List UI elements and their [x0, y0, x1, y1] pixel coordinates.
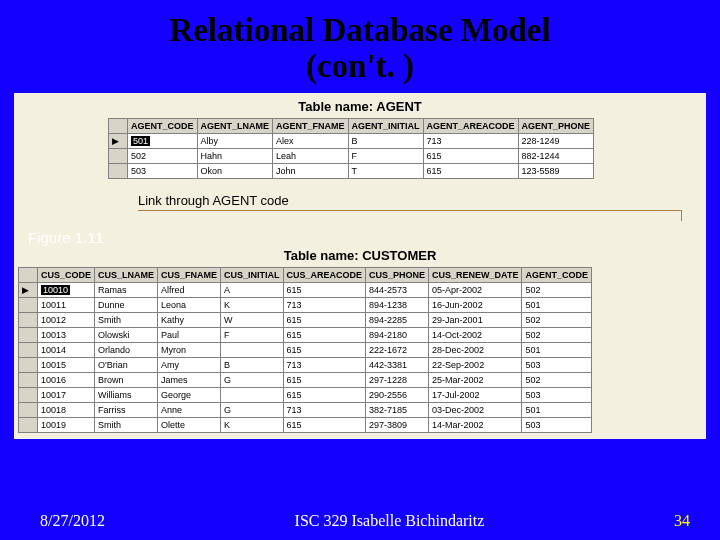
table-cell: 713 — [283, 357, 366, 372]
table-cell: Alby — [197, 133, 273, 148]
table-cell: K — [221, 297, 284, 312]
table-cell: 501 — [522, 402, 592, 417]
agent-table: AGENT_CODEAGENT_LNAMEAGENT_FNAMEAGENT_IN… — [108, 118, 594, 179]
column-header: AGENT_CODE — [128, 118, 198, 133]
title-line-2: (con't. ) — [306, 48, 414, 84]
table-row: 10013OlowskiPaulF615894-218014-Oct-20025… — [19, 327, 592, 342]
table-row: 10014OrlandoMyron615222-167228-Dec-20025… — [19, 342, 592, 357]
table-cell: Amy — [158, 357, 221, 372]
table-cell: 615 — [423, 148, 518, 163]
table-cell: 503 — [522, 417, 592, 432]
table-cell: Anne — [158, 402, 221, 417]
table-cell: 10011 — [38, 297, 95, 312]
slide-title: Relational Database Model (con't. ) — [0, 12, 720, 85]
column-header: CUS_RENEW_DATE — [429, 267, 522, 282]
table-cell: 615 — [283, 282, 366, 297]
column-header: CUS_AREACODE — [283, 267, 366, 282]
table-cell: T — [348, 163, 423, 178]
table-cell: Myron — [158, 342, 221, 357]
table-cell: 382-7185 — [366, 402, 429, 417]
table-cell: 501 — [522, 342, 592, 357]
table-cell: 297-3809 — [366, 417, 429, 432]
column-header: CUS_INITIAL — [221, 267, 284, 282]
table-cell: 615 — [283, 372, 366, 387]
table-row: 10011DunneLeonaK713894-123816-Jun-200250… — [19, 297, 592, 312]
table-cell: 501 — [128, 133, 198, 148]
table-cell: 16-Jun-2002 — [429, 297, 522, 312]
table-cell: 894-2285 — [366, 312, 429, 327]
agent-table-caption: Table name: AGENT — [18, 99, 702, 114]
table-cell: Alfred — [158, 282, 221, 297]
table-cell: G — [221, 402, 284, 417]
table-cell: 10013 — [38, 327, 95, 342]
table-cell: 502 — [522, 282, 592, 297]
table-cell — [221, 387, 284, 402]
table-row: 10016BrownJamesG615297-122825-Mar-200250… — [19, 372, 592, 387]
link-line — [138, 210, 682, 221]
table-cell: 22-Sep-2002 — [429, 357, 522, 372]
table-cell: 713 — [423, 133, 518, 148]
table-cell: 615 — [423, 163, 518, 178]
table-cell: Alex — [273, 133, 349, 148]
table-cell: 502 — [522, 372, 592, 387]
table-cell: 442-3381 — [366, 357, 429, 372]
table-cell: F — [348, 148, 423, 163]
column-header: AGENT_PHONE — [518, 118, 594, 133]
table-cell: 10012 — [38, 312, 95, 327]
title-line-1: Relational Database Model — [169, 12, 550, 48]
table-cell: B — [221, 357, 284, 372]
table-cell: Farriss — [95, 402, 158, 417]
footer-course: ISC 329 Isabelle Bichindaritz — [105, 512, 674, 530]
table-row: ▶501AlbyAlexB713228-1249 — [109, 133, 594, 148]
table-cell — [221, 342, 284, 357]
table-cell: 25-Mar-2002 — [429, 372, 522, 387]
table-cell: Smith — [95, 312, 158, 327]
table-cell: 502 — [522, 327, 592, 342]
table-row: 10015O'BrianAmyB713442-338122-Sep-200250… — [19, 357, 592, 372]
table-cell: 10010 — [38, 282, 95, 297]
table-cell: 14-Oct-2002 — [429, 327, 522, 342]
customer-table-caption: Table name: CUSTOMER — [18, 248, 702, 263]
table-cell: 222-1672 — [366, 342, 429, 357]
footer: 8/27/2012 ISC 329 Isabelle Bichindaritz … — [0, 512, 720, 530]
column-header: AGENT_LNAME — [197, 118, 273, 133]
column-header: CUS_LNAME — [95, 267, 158, 282]
column-header: AGENT_FNAME — [273, 118, 349, 133]
table-cell: 502 — [128, 148, 198, 163]
table-cell: 290-2556 — [366, 387, 429, 402]
table-row: 10012SmithKathyW615894-228529-Jan-200150… — [19, 312, 592, 327]
column-header: CUS_PHONE — [366, 267, 429, 282]
footer-date: 8/27/2012 — [0, 512, 105, 530]
table-cell: Okon — [197, 163, 273, 178]
table-cell: 10014 — [38, 342, 95, 357]
table-cell: 228-1249 — [518, 133, 594, 148]
table-cell: B — [348, 133, 423, 148]
table-cell: 14-Mar-2002 — [429, 417, 522, 432]
table-cell: 894-1238 — [366, 297, 429, 312]
table-cell: 29-Jan-2001 — [429, 312, 522, 327]
table-cell: 615 — [283, 312, 366, 327]
table-cell: John — [273, 163, 349, 178]
table-cell: A — [221, 282, 284, 297]
column-header: CUS_CODE — [38, 267, 95, 282]
table-cell: 05-Apr-2002 — [429, 282, 522, 297]
table-cell: 123-5589 — [518, 163, 594, 178]
figure-panel: Table name: AGENT AGENT_CODEAGENT_LNAMEA… — [14, 93, 706, 439]
table-cell: 10018 — [38, 402, 95, 417]
table-row: 10018FarrissAnneG713382-718503-Dec-20025… — [19, 402, 592, 417]
table-cell: W — [221, 312, 284, 327]
link-caption: Link through AGENT code — [138, 193, 702, 208]
slide: Relational Database Model (con't. ) Tabl… — [0, 0, 720, 540]
column-header: AGENT_AREACODE — [423, 118, 518, 133]
column-header: AGENT_INITIAL — [348, 118, 423, 133]
table-row: 503OkonJohnT615123-5589 — [109, 163, 594, 178]
table-cell: Kathy — [158, 312, 221, 327]
table-cell: James — [158, 372, 221, 387]
table-cell: 10016 — [38, 372, 95, 387]
table-cell: 615 — [283, 417, 366, 432]
table-cell: K — [221, 417, 284, 432]
column-header: AGENT_CODE — [522, 267, 592, 282]
table-cell: 615 — [283, 342, 366, 357]
table-cell: 502 — [522, 312, 592, 327]
table-cell: Dunne — [95, 297, 158, 312]
